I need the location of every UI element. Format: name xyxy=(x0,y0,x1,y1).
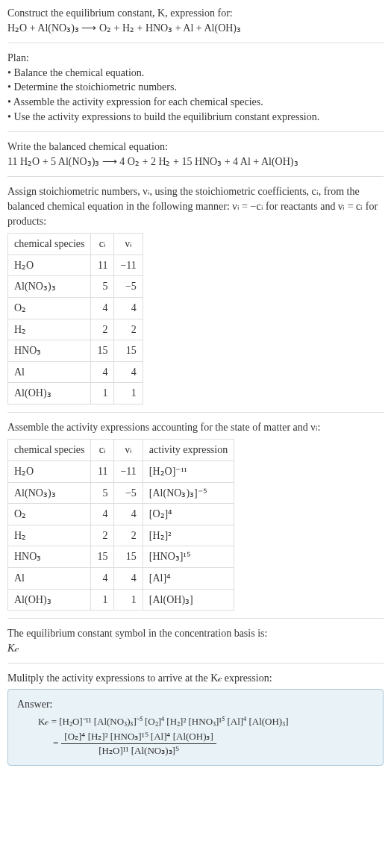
cell-ci: 5 xyxy=(91,276,114,298)
activity-block: Assemble the activity expressions accoun… xyxy=(7,420,384,611)
col-species: chemical species xyxy=(8,440,91,461)
answer-kc-fraction: = [O₂]⁴ [H₂]² [HNO₃]¹⁵ [Al]⁴ [Al(OH)₃] [… xyxy=(53,730,374,758)
cell-activity: [Al]⁴ xyxy=(143,568,234,590)
cell-vi: 1 xyxy=(114,589,143,611)
cell-ci: 15 xyxy=(91,546,114,568)
cell-vi: 2 xyxy=(114,525,143,546)
cell-ci: 2 xyxy=(91,525,114,546)
page-root: Construct the equilibrium constant, K, e… xyxy=(0,0,391,772)
col-activity: activity expression xyxy=(143,440,234,461)
cell-vi: −5 xyxy=(114,276,143,298)
stoich-table: chemical species cᵢ νᵢ H₂O11−11 Al(NO₃)₃… xyxy=(7,233,143,405)
divider xyxy=(7,663,384,664)
cell-species: Al xyxy=(8,361,91,383)
stoich-block: Assign stoichiometric numbers, νᵢ, using… xyxy=(7,184,384,405)
cell-species: H₂ xyxy=(8,319,91,340)
table-row: Al(OH)₃11 xyxy=(8,383,143,405)
balanced-heading: Write the balanced chemical equation: xyxy=(7,140,384,154)
answer-box: Answer: K𝒸 = [H₂O]⁻¹¹ [Al(NO₃)₃]⁻⁵ [O₂]⁴… xyxy=(7,689,384,766)
col-vi: νᵢ xyxy=(114,440,143,461)
cell-species: Al(NO₃)₃ xyxy=(8,276,91,298)
divider xyxy=(7,176,384,177)
balanced-block: Write the balanced chemical equation: 11… xyxy=(7,140,384,169)
cell-species: H₂O xyxy=(8,255,91,276)
cell-species: Al(OH)₃ xyxy=(8,383,91,405)
plan-item: • Balance the chemical equation. xyxy=(7,66,384,81)
intro-equation: H₂O + Al(NO₃)₃ ⟶ O₂ + H₂ + HNO₃ + Al + A… xyxy=(7,21,384,36)
divider xyxy=(7,412,384,413)
cell-activity: [HNO₃]¹⁵ xyxy=(143,546,234,568)
cell-ci: 11 xyxy=(91,255,114,276)
cell-ci: 1 xyxy=(91,383,114,405)
cell-species: H₂ xyxy=(8,525,91,546)
multiply-block: Mulitply the activity expressions to arr… xyxy=(7,671,384,686)
cell-activity: [Al(NO₃)₃]⁻⁵ xyxy=(143,482,234,504)
cell-species: HNO₃ xyxy=(8,340,91,362)
plan-item: • Determine the stoichiometric numbers. xyxy=(7,80,384,95)
cell-ci: 2 xyxy=(91,319,114,340)
cell-species: Al(NO₃)₃ xyxy=(8,482,91,504)
cell-vi: 4 xyxy=(114,361,143,383)
fraction-numerator: [O₂]⁴ [H₂]² [HNO₃]¹⁵ [Al]⁴ [Al(OH)₃] xyxy=(61,730,216,744)
table-row: Al(NO₃)₃5−5[Al(NO₃)₃]⁻⁵ xyxy=(8,482,234,504)
plan-item: • Use the activity expressions to build … xyxy=(7,110,384,125)
symbol-line1: The equilibrium constant symbol in the c… xyxy=(7,626,384,641)
cell-vi: 4 xyxy=(114,504,143,525)
answer-kc-inline: K𝒸 = [H₂O]⁻¹¹ [Al(NO₃)₃]⁻⁵ [O₂]⁴ [H₂]² [… xyxy=(38,715,374,728)
multiply-text: Mulitply the activity expressions to arr… xyxy=(7,671,384,686)
table-row: H₂22[H₂]² xyxy=(8,525,234,546)
cell-ci: 11 xyxy=(91,461,114,483)
cell-activity: [H₂]² xyxy=(143,525,234,546)
cell-species: HNO₃ xyxy=(8,546,91,568)
activity-table: chemical species cᵢ νᵢ activity expressi… xyxy=(7,439,234,611)
cell-species: Al(OH)₃ xyxy=(8,589,91,611)
answer-frac-eq: = xyxy=(53,737,58,750)
answer-label: Answer: xyxy=(17,697,374,712)
divider xyxy=(7,618,384,619)
cell-species: O₂ xyxy=(8,297,91,319)
intro-line1: Construct the equilibrium constant, K, e… xyxy=(7,6,384,21)
fraction-denominator: [H₂O]¹¹ [Al(NO₃)₃]⁵ xyxy=(61,744,216,758)
table-row: HNO₃1515[HNO₃]¹⁵ xyxy=(8,546,234,568)
cell-vi: 2 xyxy=(114,319,143,340)
cell-activity: [Al(OH)₃] xyxy=(143,589,234,611)
cell-vi: 4 xyxy=(114,568,143,590)
cell-vi: 15 xyxy=(114,340,143,362)
col-ci: cᵢ xyxy=(91,440,114,461)
cell-activity: [H₂O]⁻¹¹ xyxy=(143,461,234,483)
col-ci: cᵢ xyxy=(91,234,114,255)
col-species: chemical species xyxy=(8,234,91,255)
cell-ci: 4 xyxy=(91,568,114,590)
cell-vi: −11 xyxy=(114,461,143,483)
table-row: Al(OH)₃11[Al(OH)₃] xyxy=(8,589,234,611)
balanced-equation: 11 H₂O + 5 Al(NO₃)₃ ⟶ 4 O₂ + 2 H₂ + 15 H… xyxy=(7,154,384,169)
table-row: H₂O11−11[H₂O]⁻¹¹ xyxy=(8,461,234,483)
symbol-line2: K𝒸 xyxy=(7,641,384,656)
cell-vi: −5 xyxy=(114,482,143,504)
cell-ci: 4 xyxy=(91,504,114,525)
cell-ci: 15 xyxy=(91,340,114,362)
cell-ci: 4 xyxy=(91,297,114,319)
col-vi: νᵢ xyxy=(114,234,143,255)
table-row: Al(NO₃)₃5−5 xyxy=(8,276,143,298)
table-header-row: chemical species cᵢ νᵢ xyxy=(8,234,143,255)
cell-vi: 1 xyxy=(114,383,143,405)
divider xyxy=(7,131,384,132)
cell-ci: 4 xyxy=(91,361,114,383)
cell-vi: −11 xyxy=(114,255,143,276)
table-row: O₂44 xyxy=(8,297,143,319)
fraction: [O₂]⁴ [H₂]² [HNO₃]¹⁵ [Al]⁴ [Al(OH)₃] [H₂… xyxy=(61,730,216,758)
divider xyxy=(7,43,384,43)
table-row: Al44[Al]⁴ xyxy=(8,568,234,590)
stoich-text: Assign stoichiometric numbers, νᵢ, using… xyxy=(7,184,384,228)
table-row: HNO₃1515 xyxy=(8,340,143,362)
plan-heading: Plan: xyxy=(7,51,384,66)
symbol-block: The equilibrium constant symbol in the c… xyxy=(7,626,384,655)
plan-block: Plan: • Balance the chemical equation. •… xyxy=(7,51,384,124)
intro-block: Construct the equilibrium constant, K, e… xyxy=(7,6,384,35)
table-row: H₂O11−11 xyxy=(8,255,143,276)
table-row: O₂44[O₂]⁴ xyxy=(8,504,234,525)
activity-text: Assemble the activity expressions accoun… xyxy=(7,420,384,435)
cell-species: Al xyxy=(8,568,91,590)
plan-item: • Assemble the activity expression for e… xyxy=(7,95,384,110)
